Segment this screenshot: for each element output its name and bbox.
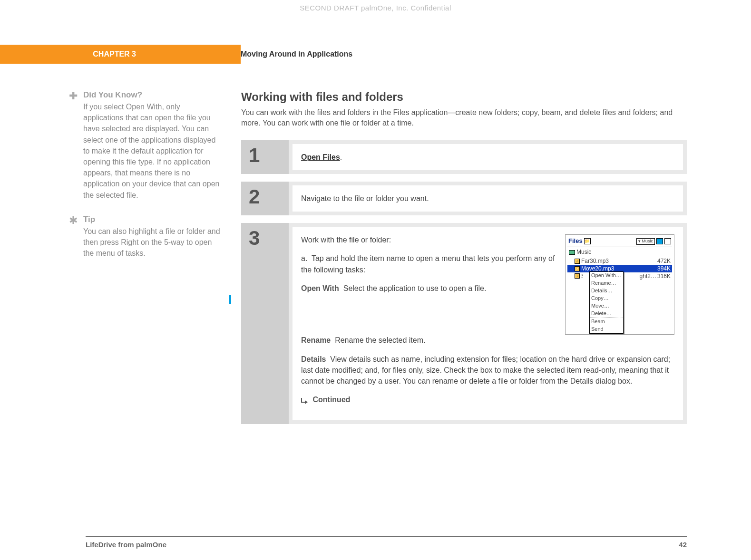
rename-text: Rename the selected item. (335, 336, 425, 344)
step-number: 2 (241, 182, 289, 215)
details-text: View details such as name, including ext… (301, 355, 670, 385)
file-size: 394K (657, 265, 671, 273)
sidebar: ✚ Did You Know? If you select Open With,… (69, 90, 235, 531)
continued-label: Continued (312, 396, 350, 404)
step-3: 3 Work with the file or folder: a. Tap a… (241, 223, 687, 424)
rename-row: Rename Rename the selected item. (301, 335, 674, 346)
step-1: 1 Open Files. (241, 140, 687, 174)
confidential-watermark: SECOND DRAFT palmOne, Inc. Confidential (300, 4, 451, 12)
steps: 1 Open Files. 2 Navigate to the file or … (241, 140, 687, 425)
details-label: Details (301, 355, 326, 363)
files-title: Files (568, 237, 583, 246)
up-folder-icon[interactable]: 📁 (584, 238, 591, 244)
main-content: Working with files and folders You can w… (235, 90, 687, 531)
step3-lead: Work with the file or folder: (301, 234, 558, 245)
plus-icon: ✚ (69, 90, 80, 201)
breadcrumb: Music (567, 247, 672, 257)
dyk-text: If you select Open With, only applicatio… (83, 101, 221, 201)
music-file-icon: ♪ (575, 273, 580, 279)
view-toggle-1[interactable] (656, 238, 663, 244)
file-size: 316K (657, 272, 671, 280)
rename-label: Rename (301, 336, 331, 344)
step-body: Work with the file or folder: a. Tap and… (293, 227, 683, 420)
files-titlebar: Files 📁 Music (567, 237, 672, 247)
step-number: 3 (241, 223, 289, 424)
tip-title: Tip (83, 215, 221, 224)
page-number: 42 (679, 541, 687, 549)
location-dropdown[interactable]: Music (636, 238, 655, 245)
header-band: CHAPTER 3 Moving Around in Applications (0, 45, 751, 64)
step-2: 2 Navigate to the file or folder you wan… (241, 182, 687, 215)
asterisk-icon: ✱ (69, 215, 80, 259)
page-title: Moving Around in Applications (241, 45, 751, 64)
details-row: Details View details such as name, inclu… (301, 354, 674, 387)
menu-open-with[interactable]: Open With… (590, 272, 623, 280)
menu-rename[interactable]: Rename… (590, 280, 623, 287)
footer-product: LifeDrive from palmOne (86, 541, 166, 549)
change-bar (229, 295, 231, 304)
punct: . (340, 153, 342, 161)
did-you-know: ✚ Did You Know? If you select Open With,… (69, 90, 221, 201)
file-row[interactable]: ♪ Far30.mp3 472K (567, 257, 672, 265)
step-body: Open Files. (293, 144, 683, 170)
step-body: Navigate to the file or folder you want. (293, 185, 683, 212)
continued: Continued (301, 394, 674, 405)
file-size: 472K (657, 257, 671, 265)
menu-send[interactable]: Send (590, 326, 623, 333)
files-app-screenshot: Files 📁 Music Music (565, 234, 674, 335)
context-menu[interactable]: Open With… Rename… Details… Copy… Move… … (589, 271, 624, 334)
menu-beam[interactable]: Beam (590, 318, 623, 326)
open-with-label: Open With (301, 284, 339, 292)
view-toggle-2[interactable] (664, 238, 671, 244)
section-intro: You can work with the files and folders … (241, 107, 687, 129)
page-body: ✚ Did You Know? If you select Open With,… (69, 90, 687, 531)
menu-move[interactable]: Move… (590, 302, 623, 310)
tip-text: You can also highlight a file or folder … (83, 226, 221, 259)
section-heading: Working with files and folders (241, 90, 687, 104)
sub-a-label: a. (301, 254, 307, 262)
continued-arrow-icon (301, 396, 309, 404)
tip: ✱ Tip You can also highlight a file or f… (69, 215, 221, 259)
music-file-icon: ♪ (575, 259, 580, 264)
sub-a-text: Tap and hold the item name to open a men… (301, 254, 555, 273)
file-name: Far30.mp3 (580, 257, 657, 265)
crumb-label: Music (576, 248, 591, 256)
step3-sub-a: a. Tap and hold the item name to open a … (301, 253, 558, 275)
folder-icon (569, 250, 575, 255)
chapter-label: CHAPTER 3 (0, 45, 241, 64)
music-file-icon: ♪ (575, 266, 580, 271)
menu-copy[interactable]: Copy… (590, 295, 623, 302)
open-files-link[interactable]: Open Files (301, 153, 340, 161)
menu-details[interactable]: Details… (590, 287, 623, 295)
menu-delete[interactable]: Delete… (590, 310, 623, 318)
step-number: 1 (241, 140, 289, 174)
dyk-title: Did You Know? (83, 90, 221, 100)
open-with-text: Select the application to use to open a … (343, 284, 487, 292)
footer: LifeDrive from palmOne 42 (86, 536, 687, 549)
open-with-row: Open With Select the application to use … (301, 283, 558, 294)
